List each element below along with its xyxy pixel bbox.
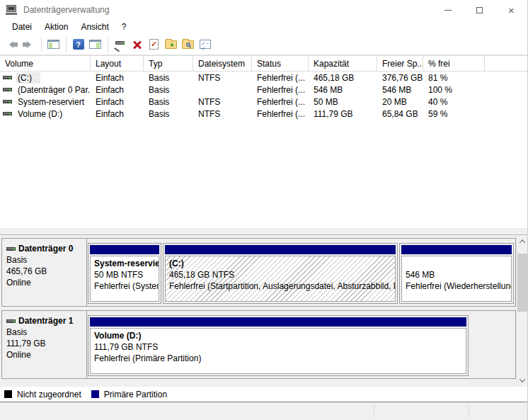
- disk-size: 465,76 GB: [6, 266, 84, 277]
- open-folder-button[interactable]: ▲: [163, 36, 179, 52]
- table-row[interactable]: (Datenträger 0 Par... Einfach Basis Fehl…: [0, 84, 527, 96]
- partition-color-bar: [165, 245, 396, 254]
- disk-1-info[interactable]: Datenträger 1 Basis 111,79 GB Online: [2, 311, 87, 378]
- partition-status: Fehlerfrei (Wiederherstellungs: [406, 280, 507, 292]
- partition-title: Volume (D:): [94, 330, 462, 341]
- volume-icon: [3, 88, 12, 91]
- column-header-freier-speicher[interactable]: Freier Sp...: [377, 56, 423, 71]
- partition-title: [406, 258, 507, 269]
- column-header-dateisystem[interactable]: Dateisystem: [193, 56, 252, 71]
- help-icon: ?: [73, 39, 84, 50]
- volume-icon: [3, 76, 12, 79]
- forward-arrow-icon: [23, 41, 35, 48]
- back-button[interactable]: [4, 36, 20, 52]
- partition-title: System-reserviert: [94, 258, 155, 269]
- statusbar-separator: [469, 405, 469, 418]
- forward-button[interactable]: [21, 36, 37, 52]
- window-controls: ×: [432, 0, 527, 20]
- disk-row-0: Datenträger 0 Basis 465,76 GB Online Sys…: [1, 238, 516, 307]
- checklist-icon: ✓ ✓: [200, 40, 211, 49]
- disk-icon: [6, 319, 16, 323]
- scrollbar-down-button[interactable]: [517, 374, 528, 386]
- menu-item-ansicht[interactable]: Ansicht: [74, 21, 115, 33]
- partition-body: 546 MB Fehlerfrei (Wiederherstellungs: [401, 256, 512, 302]
- maximize-button[interactable]: [464, 0, 495, 20]
- menu-item-hilfe[interactable]: ?: [115, 21, 133, 33]
- disk-0-partition-area: System-reserviert 50 MB NTFS Fehlerfrei …: [87, 239, 515, 306]
- cell-kapazitaet: 111,79 GB: [309, 109, 377, 119]
- help-button[interactable]: ?: [70, 36, 86, 52]
- partition-status: Fehlerfrei (Startpartition, Auslagerungs…: [169, 280, 391, 292]
- partition-status: Fehlerfrei (Primäre Partition): [94, 353, 462, 364]
- folder-search-icon: [182, 40, 194, 49]
- cell-layout: Einfach: [91, 73, 144, 83]
- cell-volume: (C:): [16, 72, 40, 84]
- cell-typ: Basis: [144, 97, 193, 107]
- minimize-button[interactable]: [432, 0, 464, 20]
- cell-status: Fehlerfrei (...: [252, 73, 309, 83]
- cell-kapazitaet: 465,18 GB: [309, 73, 377, 83]
- cell-freier-speicher: 376,76 GB: [377, 73, 423, 83]
- vertical-scrollbar[interactable]: [516, 235, 527, 387]
- cell-kapazitaet: 50 MB: [309, 97, 377, 107]
- partition-system-reserved[interactable]: System-reserviert 50 MB NTFS Fehlerfrei …: [88, 243, 161, 304]
- cell-prozent-frei: 100 %: [423, 85, 485, 95]
- action-pane-icon: [89, 40, 101, 49]
- legend-label: Primäre Partition: [104, 390, 167, 399]
- scrollbar-thumb[interactable]: [517, 254, 527, 312]
- console-tree-icon: [47, 40, 59, 49]
- statusbar-separator: [374, 405, 374, 418]
- column-header-prozent-frei[interactable]: % frei: [423, 56, 485, 71]
- cell-layout: Einfach: [91, 109, 144, 119]
- cell-dateisystem: NTFS: [193, 109, 252, 119]
- close-icon: ×: [508, 5, 515, 16]
- cell-typ: Basis: [144, 73, 193, 83]
- properties-list-button[interactable]: ✓ ✓: [197, 36, 213, 52]
- menu-item-aktion[interactable]: Aktion: [38, 21, 74, 33]
- cell-prozent-frei: 81 %: [423, 73, 485, 83]
- partition-color-bar: [90, 245, 159, 254]
- volume-icon: [3, 112, 12, 115]
- explore-folder-button[interactable]: [180, 36, 196, 52]
- table-row[interactable]: Volume (D:) Einfach Basis NTFS Fehlerfre…: [0, 108, 527, 120]
- show-console-tree-button[interactable]: [45, 36, 62, 52]
- disk-type: Basis: [6, 327, 84, 338]
- cell-status: Fehlerfrei (...: [252, 85, 309, 95]
- disk-status: Online: [6, 349, 84, 361]
- cell-status: Fehlerfrei (...: [252, 109, 309, 119]
- delete-volume-button[interactable]: [129, 36, 145, 52]
- close-button[interactable]: ×: [495, 0, 527, 20]
- cell-prozent-frei: 40 %: [423, 97, 485, 107]
- cell-volume: Volume (D:): [16, 108, 64, 120]
- folder-up-icon: ▲: [165, 40, 177, 49]
- column-header-typ[interactable]: Typ: [144, 56, 193, 71]
- partition-d[interactable]: Volume (D:) 111,79 GB NTFS Fehlerfrei (P…: [88, 315, 469, 376]
- column-header-status[interactable]: Status: [252, 56, 309, 71]
- cell-typ: Basis: [144, 109, 193, 119]
- table-row[interactable]: (C:) Einfach Basis NTFS Fehlerfrei (... …: [0, 72, 527, 84]
- back-arrow-icon: [6, 41, 18, 48]
- legend-label: Nicht zugeordnet: [17, 390, 81, 399]
- table-header: Volume Layout Typ Dateisystem Status Kap…: [0, 55, 527, 72]
- mark-partition-button[interactable]: ✓: [146, 36, 162, 52]
- unallocated-swatch: [4, 390, 12, 398]
- show-action-pane-button[interactable]: [87, 36, 103, 52]
- drive-pointer-button[interactable]: [112, 36, 128, 52]
- disk-management-window: Datenträgerverwaltung × Datei Aktion Ans…: [0, 0, 528, 420]
- partition-recovery[interactable]: 546 MB Fehlerfrei (Wiederherstellungs: [399, 243, 514, 304]
- partition-size: 546 MB: [406, 269, 507, 280]
- partition-c[interactable]: (C:) 465,18 GB NTFS Fehlerfrei (Startpar…: [163, 243, 398, 304]
- table-row[interactable]: System-reserviert Einfach Basis NTFS Feh…: [0, 96, 527, 108]
- column-header-layout[interactable]: Layout: [91, 56, 144, 71]
- cell-kapazitaet: 546 MB: [309, 85, 377, 95]
- menu-item-datei[interactable]: Datei: [6, 21, 38, 33]
- scrollbar-up-button[interactable]: [517, 235, 528, 247]
- column-header-volume[interactable]: Volume: [0, 56, 91, 71]
- pane-splitter[interactable]: [0, 228, 527, 235]
- window-title: Datenträgerverwaltung: [23, 5, 109, 15]
- cell-freier-speicher: 546 MB: [377, 85, 423, 95]
- disk-0-info[interactable]: Datenträger 0 Basis 465,76 GB Online: [2, 239, 87, 306]
- volume-list-pane: Volume Layout Typ Dateisystem Status Kap…: [0, 55, 527, 228]
- column-header-kapazitaet[interactable]: Kapazität: [309, 56, 377, 71]
- cell-layout: Einfach: [91, 97, 144, 107]
